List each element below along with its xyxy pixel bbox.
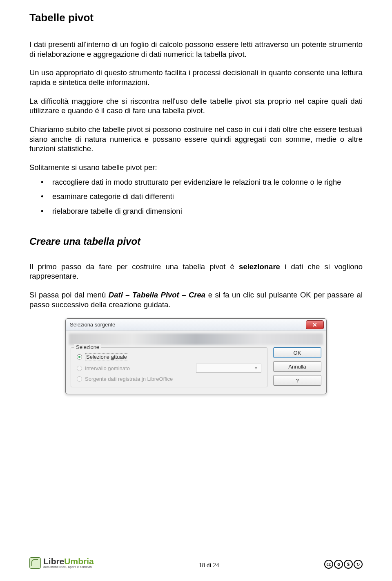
help-button[interactable]: ? — [273, 375, 321, 386]
close-icon: ✕ — [312, 322, 317, 328]
page-number: 18 di 24 — [199, 562, 219, 569]
dialog-seleziona-sorgente: Seleziona sorgente ✕ Selezione Selezione… — [65, 318, 327, 394]
logo-icon — [29, 557, 41, 569]
list-item: rielaborare tabelle di grandi dimensioni — [29, 206, 363, 216]
list-intro: Solitamente si usano tabelle pivot per: — [29, 163, 363, 172]
bullet-list: raccogliere dati in modo strutturato per… — [29, 177, 363, 216]
section-heading: Creare una tabella pivot — [29, 236, 363, 247]
paragraph: Chiariamo subito che tabelle pivot si po… — [29, 125, 363, 154]
by-icon: 🄯 — [334, 560, 343, 569]
dialog-titlebar: Seleziona sorgente ✕ — [66, 319, 326, 331]
fieldset-legend: Selezione — [74, 344, 101, 350]
paragraph: La difficoltà maggiore che si riscontra … — [29, 96, 363, 116]
sa-icon: ↻ — [354, 560, 363, 569]
radio-icon — [77, 354, 82, 360]
intervallo-combo[interactable]: ▼ — [196, 364, 261, 373]
paragraph: I dati presenti all'interno di un foglio… — [29, 40, 363, 59]
nc-icon: $ — [344, 560, 353, 569]
paragraph: Il primo passo da fare per costruire una… — [29, 262, 363, 281]
libreumbria-logo: LibreUmbria documenti liberi, aperti e c… — [29, 557, 94, 569]
radio-icon — [77, 366, 82, 371]
radio-sorgente-registrata[interactable]: Sorgente dati registrata in LibreOffice — [77, 376, 261, 382]
list-item: esaminare categorie di dati differenti — [29, 192, 363, 201]
close-button[interactable]: ✕ — [306, 320, 324, 329]
chevron-down-icon: ▼ — [253, 365, 259, 371]
cancel-button[interactable]: Annulla — [273, 361, 321, 372]
paragraph: Si passa poi dal menù Dati – Tabella Piv… — [29, 290, 363, 309]
dialog-title-text: Seleziona sorgente — [70, 322, 115, 328]
radio-selezione-attuale[interactable]: Selezione attuale — [77, 353, 261, 360]
ok-button[interactable]: OK — [273, 347, 321, 358]
cc-license-badges: cc 🄯 $ ↻ — [324, 560, 363, 569]
page-footer: LibreUmbria documenti liberi, aperti e c… — [29, 557, 363, 569]
list-item: raccogliere dati in modo strutturato per… — [29, 177, 363, 187]
blurred-background — [69, 333, 323, 345]
selezione-fieldset: Selezione Selezione attuale Intervallo n… — [71, 347, 267, 387]
radio-icon — [77, 376, 82, 382]
cc-icon: cc — [324, 560, 333, 569]
page-title: Tabelle pivot — [29, 11, 363, 24]
paragraph: Un uso appropriato di questo strumento f… — [29, 68, 363, 87]
radio-intervallo-nominato[interactable]: Intervallo nominato ▼ — [77, 364, 261, 373]
